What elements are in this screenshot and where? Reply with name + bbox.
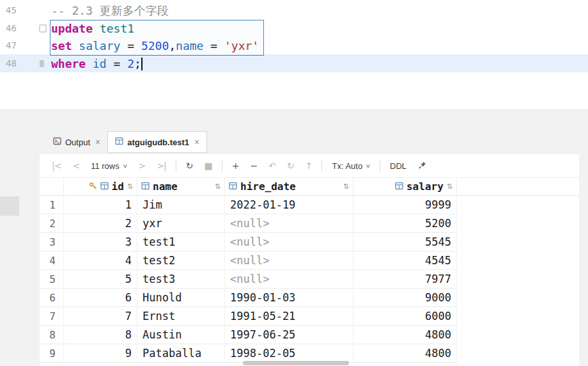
row-number[interactable]: 6 [40,289,64,307]
table-row[interactable]: 55test3<null>7977 [40,270,588,289]
sort-icon[interactable]: ⇅ [447,182,453,191]
cell-hire_date[interactable]: 1998-02-05 [225,344,353,363]
sort-icon[interactable]: ⇅ [215,182,220,191]
column-header-salary[interactable]: salary⇅ [353,178,457,195]
row-number[interactable]: 8 [40,326,64,344]
cell-hire_date[interactable]: <null> [225,233,353,251]
tab-output[interactable]: Output× [46,131,107,153]
row-number[interactable]: 4 [40,251,64,270]
cell-salary[interactable]: 9000 [353,289,457,307]
submit-button[interactable]: ↑ [300,161,318,171]
line-number: 45 [0,2,36,20]
cell-salary[interactable]: 9999 [353,196,457,214]
code-text: set salary = 5200,name = 'yxr' [50,37,588,55]
console-tab-icon [53,137,61,147]
toolbar-label: DDL [390,161,406,171]
token-table: test1 [100,22,134,35]
row-number[interactable]: 1 [40,196,64,214]
table-row[interactable]: 33test1<null>5545 [40,233,588,251]
column-header-name[interactable]: name⇅ [137,178,225,195]
cell-hire_date[interactable]: 1990-01-03 [225,289,353,307]
row-number[interactable]: 3 [40,233,64,251]
row-number[interactable]: 2 [40,214,64,233]
next-page-button[interactable]: > [133,161,151,171]
cell-id[interactable]: 3 [64,233,137,251]
cell-name[interactable]: test1 [137,233,225,251]
page-size-dropdown[interactable]: 11 rows∨ [85,161,132,171]
pin-button[interactable] [412,161,433,171]
editor-line[interactable]: 48where id = 2; [0,55,588,73]
previous-page-icon: < [72,161,79,171]
cell-hire_date[interactable]: <null> [225,270,353,289]
cell-name[interactable]: test3 [137,270,225,289]
cell-id[interactable]: 8 [64,326,137,344]
cell-salary[interactable]: 6000 [353,307,457,326]
cell-id[interactable]: 7 [64,307,137,326]
cell-name[interactable]: Jim [137,196,225,214]
sql-editor[interactable]: 45-- 2.3 更新多个字段46update test147set salar… [0,0,588,109]
grid-rows: 11Jim2022-01-19999922yxr<null>520033test… [40,196,588,363]
table-row[interactable]: 11Jim2022-01-199999 [40,196,588,214]
table-row[interactable]: 88Austin1997-06-254800 [40,326,588,344]
cell-hire_date[interactable]: <null> [225,214,353,233]
cell-id[interactable]: 2 [64,214,137,233]
sort-icon[interactable]: ⇅ [127,182,133,191]
cell-salary[interactable]: 5200 [353,214,457,233]
table-row[interactable]: 77Ernst1991-05-216000 [40,307,588,326]
cell-name[interactable]: Hunold [137,289,225,307]
token-plain: = [107,57,128,70]
cell-name[interactable]: Ernst [137,307,225,326]
horizontal-scrollbar[interactable] [243,361,349,365]
cell-name[interactable]: Pataballa [137,344,225,363]
cell-salary[interactable]: 4545 [353,251,457,270]
cell-id[interactable]: 6 [64,289,137,307]
previous-page-button[interactable]: < [66,161,85,171]
toolbar-separator [176,160,176,171]
last-page-button[interactable]: >| [151,161,171,171]
table-row[interactable]: 99Pataballa1998-02-054800 [40,344,588,363]
data-toolbar: |<<11 rows∨>>|↻■+−↶↻↑Tx: Auto∨DDL [40,154,588,178]
cell-salary[interactable]: 5545 [353,233,457,251]
row-number[interactable]: 7 [40,307,64,326]
cell-id[interactable]: 5 [64,270,137,289]
cell-salary[interactable]: 4800 [353,344,457,363]
cell-id[interactable]: 9 [64,344,137,363]
column-name: name [153,180,178,193]
editor-line[interactable]: 46update test1 [0,20,588,38]
editor-line[interactable]: 45-- 2.3 更新多个字段 [0,2,588,20]
close-tab-icon[interactable]: × [95,137,100,147]
add-row-button[interactable]: + [226,161,245,171]
revert-changes-button[interactable]: ↶ [263,161,281,171]
cell-salary[interactable]: 7977 [353,270,457,289]
tab-atguigudb-test1[interactable]: atguigudb.test1× [107,131,207,153]
cell-hire_date[interactable]: 2022-01-19 [225,196,353,214]
tx-mode-dropdown[interactable]: Tx: Auto∨ [326,161,376,171]
key-icon [89,180,97,193]
cell-hire_date[interactable]: 1997-06-25 [225,326,353,344]
ddl-button[interactable]: DDL [384,161,412,171]
cell-id[interactable]: 4 [64,251,137,270]
sort-icon[interactable]: ⇅ [343,182,349,191]
row-number[interactable]: 5 [40,270,64,289]
stop-button[interactable]: ■ [199,161,218,171]
refresh-rows-button[interactable]: ↻ [281,161,300,171]
cell-hire_date[interactable]: <null> [225,251,353,270]
cell-id[interactable]: 1 [64,196,137,214]
cell-salary[interactable]: 4800 [353,326,457,344]
table-row[interactable]: 22yxr<null>5200 [40,214,588,233]
editor-line[interactable]: 47set salary = 5200,name = 'yxr' [0,37,588,55]
cell-hire_date[interactable]: 1991-05-21 [225,307,353,326]
table-row[interactable]: 44test2<null>4545 [40,251,588,270]
cell-name[interactable]: test2 [137,251,225,270]
row-number[interactable]: 9 [40,344,64,363]
column-icon [229,180,237,193]
column-header-hire_date[interactable]: hire_date⇅ [225,178,353,195]
delete-row-button[interactable]: − [245,161,263,171]
column-header-id[interactable]: id⇅ [64,178,137,195]
first-page-button[interactable]: |< [46,161,66,171]
reload-data-button[interactable]: ↻ [180,161,199,171]
close-tab-icon[interactable]: × [194,137,199,147]
table-row[interactable]: 66Hunold1990-01-039000 [40,289,588,307]
cell-name[interactable]: yxr [137,214,225,233]
cell-name[interactable]: Austin [137,326,225,344]
